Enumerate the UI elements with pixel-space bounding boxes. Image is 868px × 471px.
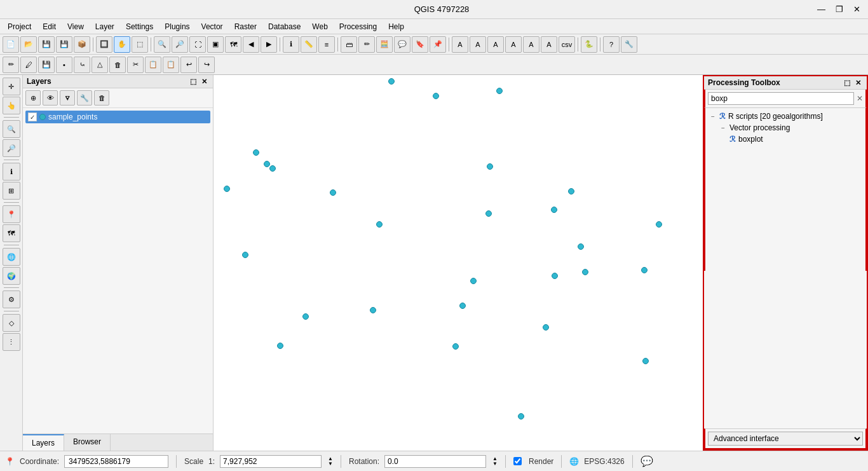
coordinate-capture-button[interactable]: 📍 bbox=[3, 205, 20, 223]
add-layer-button[interactable]: ⊕ bbox=[25, 90, 41, 106]
scale-down-arrow[interactable]: ▼ bbox=[328, 461, 333, 467]
show-tips-button[interactable]: 📌 bbox=[430, 36, 446, 53]
select-button[interactable]: 🔲 bbox=[96, 36, 112, 53]
python-button[interactable]: 🐍 bbox=[581, 36, 597, 53]
cut-button[interactable]: ✂ bbox=[127, 57, 144, 73]
map-canvas[interactable] bbox=[214, 75, 703, 451]
identify-tool-button[interactable]: ℹ bbox=[3, 163, 20, 181]
layer-item-sample-points[interactable]: ✓ sample_points bbox=[25, 111, 210, 123]
save-button[interactable]: 💾 bbox=[38, 36, 55, 53]
menu-settings[interactable]: Settings bbox=[121, 21, 158, 32]
add-point-button[interactable]: • bbox=[56, 57, 72, 73]
menu-processing[interactable]: Processing bbox=[334, 21, 382, 32]
spatial-tools-button[interactable]: 🗺 bbox=[3, 224, 20, 242]
select-by-location-button[interactable]: ⊞ bbox=[3, 182, 20, 200]
zoom-out-button[interactable]: 🔎 bbox=[172, 36, 188, 53]
tree-r-scripts[interactable]: − ℛ R scripts [20 geoalgorithms] bbox=[708, 111, 863, 122]
spatial-bookmark-button[interactable]: 🔖 bbox=[412, 36, 428, 53]
new-file-button[interactable]: 📄 bbox=[3, 36, 19, 53]
clear-search-button[interactable]: ✕ bbox=[857, 94, 863, 103]
edit2-button[interactable]: 🖊 bbox=[20, 57, 37, 73]
tab-layers[interactable]: Layers bbox=[23, 434, 64, 451]
map-tips-button[interactable]: 💬 bbox=[394, 36, 410, 53]
move-feature-button[interactable]: ⤿ bbox=[74, 57, 90, 73]
scale-input[interactable] bbox=[220, 455, 322, 468]
processing-search-input[interactable] bbox=[708, 92, 854, 105]
visibility-button[interactable]: 👁 bbox=[43, 90, 58, 106]
remove-layer-button[interactable]: 🗑 bbox=[94, 90, 109, 106]
label3-button[interactable]: A bbox=[487, 36, 504, 53]
rotation-input[interactable] bbox=[384, 455, 486, 468]
zoom-layer-button[interactable]: 🗺 bbox=[225, 36, 241, 53]
node-tool-button[interactable]: △ bbox=[92, 57, 108, 73]
identify-button[interactable]: ℹ bbox=[283, 36, 299, 53]
label2-button[interactable]: A bbox=[470, 36, 486, 53]
attr-table-button[interactable]: 🗃 bbox=[341, 36, 357, 53]
edit-button[interactable]: ✏ bbox=[358, 36, 375, 53]
menu-vector[interactable]: Vector bbox=[196, 21, 228, 32]
close-button[interactable]: ✕ bbox=[851, 4, 863, 14]
zoom-selected-button[interactable]: ▣ bbox=[207, 36, 224, 53]
save-as-button[interactable]: 💾 bbox=[56, 36, 72, 53]
undo-button[interactable]: ↩ bbox=[180, 57, 197, 73]
rotation-down-arrow[interactable]: ▼ bbox=[492, 461, 498, 467]
menu-project[interactable]: Project bbox=[3, 21, 36, 32]
pan-button[interactable]: ✋ bbox=[114, 36, 130, 53]
layers-close-btn[interactable]: ✕ bbox=[200, 78, 209, 86]
pan-tool-button[interactable]: 👆 bbox=[3, 97, 20, 114]
restore-button[interactable]: ❐ bbox=[833, 4, 846, 14]
filter-button[interactable]: ⛛ bbox=[60, 90, 75, 106]
menu-web[interactable]: Web bbox=[307, 21, 332, 32]
zoom-in-tool-button[interactable]: 🔍 bbox=[3, 120, 20, 138]
menu-layer[interactable]: Layer bbox=[90, 21, 119, 32]
menu-help[interactable]: Help bbox=[383, 21, 409, 32]
tree-boxplot[interactable]: ℛ boxplot bbox=[728, 133, 863, 145]
delete-selected-button[interactable]: 🗑 bbox=[109, 57, 126, 73]
interface-select[interactable]: Advanced interface Simplified interface bbox=[708, 432, 863, 446]
more-tools-button[interactable]: ⋮ bbox=[3, 333, 20, 351]
scale-spinner[interactable]: ▲ ▼ bbox=[328, 456, 333, 467]
help-button[interactable]: ? bbox=[603, 36, 620, 53]
layer-checkbox[interactable]: ✓ bbox=[28, 113, 37, 121]
label6-button[interactable]: A bbox=[541, 36, 557, 53]
save-edit-button[interactable]: 💾 bbox=[38, 57, 55, 73]
csv-button[interactable]: csv bbox=[559, 36, 575, 53]
label5-button[interactable]: A bbox=[523, 36, 539, 53]
minimize-button[interactable]: — bbox=[815, 4, 828, 14]
node-snap-button[interactable]: ◇ bbox=[3, 314, 20, 332]
label4-button[interactable]: A bbox=[505, 36, 522, 53]
wms-button[interactable]: 🌐 bbox=[3, 248, 20, 266]
zoom-next-button[interactable]: ▶ bbox=[261, 36, 277, 53]
layers-minimize-btn[interactable]: ⬚ bbox=[188, 78, 198, 86]
menu-edit[interactable]: Edit bbox=[37, 21, 61, 32]
wfs-button[interactable]: 🌍 bbox=[3, 267, 20, 285]
redo-button[interactable]: ↪ bbox=[198, 57, 215, 73]
processing-minimize-btn[interactable]: ⬚ bbox=[842, 79, 852, 87]
tree-vector-processing[interactable]: − Vector processing bbox=[718, 122, 863, 133]
edit-mode-button[interactable]: ✏ bbox=[3, 57, 19, 73]
copy-button[interactable]: 📋 bbox=[145, 57, 161, 73]
georeferencer-button[interactable]: ⚙ bbox=[3, 290, 20, 308]
zoom-out-tool-button[interactable]: 🔎 bbox=[3, 139, 20, 157]
zoom-full-button[interactable]: ⛶ bbox=[189, 36, 206, 53]
select-feature-button[interactable]: ⬚ bbox=[132, 36, 148, 53]
field-calc-button[interactable]: 🧮 bbox=[376, 36, 393, 53]
save-pkg-button[interactable]: 📦 bbox=[74, 36, 90, 53]
paste-button[interactable]: 📋 bbox=[163, 57, 179, 73]
menu-view[interactable]: View bbox=[62, 21, 89, 32]
rotation-spinner[interactable]: ▲ ▼ bbox=[492, 456, 498, 467]
measure-button[interactable]: 📏 bbox=[301, 36, 317, 53]
menu-raster[interactable]: Raster bbox=[229, 21, 262, 32]
processing-close-btn[interactable]: ✕ bbox=[853, 79, 863, 87]
properties-button[interactable]: 🔧 bbox=[77, 90, 92, 106]
select-tool-button[interactable]: ✛ bbox=[3, 78, 20, 95]
coordinate-input[interactable] bbox=[64, 455, 168, 468]
menu-database[interactable]: Database bbox=[263, 21, 306, 32]
menu-plugins[interactable]: Plugins bbox=[159, 21, 194, 32]
zoom-in-button[interactable]: 🔍 bbox=[154, 36, 170, 53]
zoom-prev-button[interactable]: ◀ bbox=[243, 36, 259, 53]
titlebar-controls[interactable]: — ❐ ✕ bbox=[815, 4, 863, 14]
debug-button[interactable]: 🔧 bbox=[621, 36, 637, 53]
tab-browser[interactable]: Browser bbox=[64, 434, 111, 451]
label-button[interactable]: A bbox=[452, 36, 468, 53]
